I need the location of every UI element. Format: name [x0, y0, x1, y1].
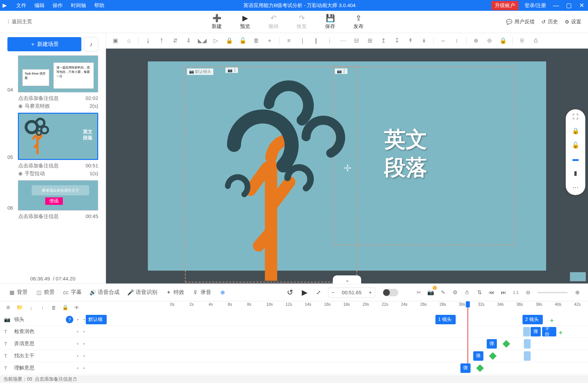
- keyframe-icon[interactable]: [489, 352, 497, 360]
- align-hcenter-icon[interactable]: ∣: [296, 35, 309, 47]
- effect-clip[interactable]: 弹: [460, 363, 471, 373]
- align-top-icon[interactable]: ⭱: [156, 35, 168, 47]
- scene-item-06[interactable]: 06 要体现出来实质性文字 便函 点击添加备注信息00:45: [7, 180, 98, 220]
- track-text-4[interactable]: T理解意思•• 弹: [0, 362, 588, 374]
- scene-item-05[interactable]: 05 英文段落 点击添加备注信息00:51 ◉手型拉动1(s): [7, 113, 98, 177]
- effect-clip[interactable]: 弹: [531, 327, 541, 336]
- feedback-button[interactable]: 💬用户反馈: [506, 19, 535, 25]
- track-camera[interactable]: 📷 镜头 ? •• 默认镜 1 镜头 2 镜头 ＋: [0, 313, 588, 326]
- paste-icon[interactable]: ⎙: [530, 35, 542, 47]
- snap-toggle[interactable]: [383, 289, 398, 296]
- settings-button[interactable]: ⚙设置: [565, 19, 581, 25]
- lock-icon[interactable]: 🔒: [223, 35, 235, 47]
- fullscreen-icon[interactable]: ⛶: [572, 113, 579, 120]
- window-minimize-button[interactable]: —: [550, 0, 562, 11]
- send-back-icon[interactable]: ↧: [391, 35, 403, 47]
- camera-clip-default[interactable]: 默认镜: [86, 315, 107, 324]
- keyframe-icon[interactable]: [476, 364, 484, 372]
- track-text-3[interactable]: T找出主干•• 弹: [0, 350, 588, 362]
- flip-h-icon[interactable]: ◣◢: [196, 35, 208, 47]
- align-canvas-icon[interactable]: ▣: [109, 35, 122, 47]
- more-button[interactable]: ⊕: [217, 290, 228, 296]
- eye-icon[interactable]: 👁: [73, 305, 80, 310]
- align-bottom-icon[interactable]: ⭳: [142, 35, 154, 47]
- more-icon[interactable]: ⋯: [572, 184, 579, 191]
- align-vcenter-icon[interactable]: ⇵: [169, 35, 181, 47]
- zoom-in-icon[interactable]: ⊕: [470, 35, 482, 47]
- step-back-icon[interactable]: ⏮: [487, 288, 496, 297]
- add-keyframe-icon[interactable]: ＋: [558, 328, 564, 335]
- scene-thumbnail[interactable]: Task three 填空题 读一篇应用性材料后，填写包括，只有小题，每题一分: [18, 55, 98, 92]
- zoom-slider[interactable]: [537, 292, 568, 293]
- login-button[interactable]: 登录/注册: [521, 2, 550, 9]
- delete-icon[interactable]: 🗑: [50, 305, 58, 310]
- zoom-out-icon[interactable]: ⊖: [483, 35, 496, 47]
- menu-help[interactable]: 帮助: [91, 2, 108, 9]
- back-home-button[interactable]: 〈 返回主页: [0, 19, 37, 25]
- menu-action[interactable]: 操作: [49, 2, 66, 9]
- unlock-icon[interactable]: 🔓: [237, 35, 249, 47]
- play-button[interactable]: ▶: [302, 288, 308, 297]
- tts-button[interactable]: 🔊语音合成: [87, 289, 122, 296]
- camera-clip-1[interactable]: 1 镜头: [435, 315, 456, 324]
- scene-thumbnail[interactable]: 要体现出来实质性文字 便函: [18, 180, 98, 211]
- window-close-button[interactable]: ✕: [575, 0, 588, 11]
- track-text-2[interactable]: T弄清意思•• 弹: [0, 338, 588, 350]
- time-minus-button[interactable]: −: [328, 288, 338, 297]
- menu-file[interactable]: 文件: [13, 2, 30, 9]
- transition-name[interactable]: 马赛克特效: [25, 103, 50, 109]
- fx-button[interactable]: ✦特效: [163, 289, 187, 296]
- asr-button[interactable]: 🎤语音识别: [125, 289, 160, 296]
- scene-thumbnail[interactable]: 英文段落: [18, 113, 98, 160]
- copy-icon[interactable]: ⎘: [516, 35, 528, 47]
- gap-v-icon[interactable]: ↕: [451, 35, 463, 47]
- scene-note[interactable]: 点击添加备注信息: [18, 95, 59, 102]
- add-track-icon[interactable]: ⊕: [5, 304, 12, 310]
- menu-edit[interactable]: 编辑: [31, 2, 48, 9]
- scene-item-04[interactable]: 04 Task three 填空题 读一篇应用性材料后，填写包括，只有小题，每题…: [7, 55, 98, 109]
- zoom-in-icon[interactable]: ⊕: [572, 288, 582, 297]
- rewind-button[interactable]: ↺: [287, 288, 293, 297]
- canvas-text[interactable]: 英文 段落: [384, 126, 427, 182]
- up-icon[interactable]: ↑: [39, 305, 46, 310]
- backward-icon[interactable]: ↡: [418, 35, 430, 47]
- spacing-icon[interactable]: ⊟: [350, 35, 363, 47]
- unlock-icon[interactable]: 🔓: [572, 141, 579, 149]
- window-maximize-button[interactable]: ▢: [562, 0, 575, 11]
- track-text-1[interactable]: T检查润色•• 弹 字符 ＋: [0, 326, 588, 338]
- effect-clip[interactable]: 弹: [473, 351, 483, 361]
- camera-icon[interactable]: 📷: [426, 288, 435, 297]
- sort-icon[interactable]: ⇅: [475, 288, 484, 297]
- focus-icon[interactable]: ⌖: [264, 35, 276, 47]
- delete-icon[interactable]: 🗑: [250, 35, 262, 47]
- subtitle-button[interactable]: cc字幕: [60, 289, 84, 296]
- help-icon[interactable]: ?: [66, 316, 73, 323]
- record-button[interactable]: 🎙录音: [190, 289, 214, 296]
- menu-timeline[interactable]: 时间轴: [68, 2, 89, 9]
- keyframe-icon[interactable]: [503, 340, 510, 348]
- align-baseline-icon[interactable]: ⭻: [183, 35, 195, 47]
- spacing2-icon[interactable]: ⊞: [364, 35, 376, 47]
- scene-note[interactable]: 点击添加备注信息: [18, 213, 59, 220]
- gap-h-icon[interactable]: ↔: [437, 35, 449, 47]
- redo-button[interactable]: ↷恢复: [288, 14, 316, 30]
- preview-button[interactable]: ▶预览: [231, 14, 259, 30]
- filter-icon[interactable]: ⫛: [462, 288, 472, 297]
- lock-icon[interactable]: 🔒: [62, 304, 69, 310]
- settings2-icon[interactable]: ⚙: [450, 288, 460, 297]
- flip-v-icon[interactable]: ▷: [210, 35, 222, 47]
- lock-icon[interactable]: 🔒: [572, 127, 579, 135]
- expand-button[interactable]: ⤢: [316, 289, 321, 296]
- align-right-icon[interactable]: ∥: [310, 35, 322, 47]
- effect-clip[interactable]: 字符: [542, 327, 556, 336]
- undo-button[interactable]: ↶撤销: [259, 14, 288, 30]
- canvas-stage[interactable]: 📷 默认镜头 📷 2 📷 1 英文 段落: [148, 61, 546, 271]
- distribute-v-icon[interactable]: ⋯: [337, 35, 349, 47]
- down-icon[interactable]: ↓: [27, 305, 35, 310]
- new-button[interactable]: ➕新建: [203, 14, 231, 30]
- new-scene-button[interactable]: ＋ 新建场景: [7, 37, 81, 51]
- crop-icon[interactable]: ✂: [414, 288, 423, 297]
- zoom-ratio[interactable]: 1:1: [511, 288, 520, 297]
- align-left-icon[interactable]: ≡: [283, 35, 295, 47]
- upgrade-account-button[interactable]: 升级账户: [491, 1, 518, 10]
